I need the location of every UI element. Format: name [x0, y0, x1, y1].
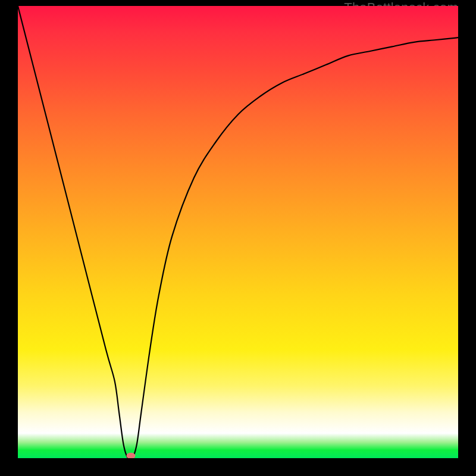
plot-area [18, 6, 458, 458]
chart-frame: TheBottleneck.com [0, 0, 476, 476]
optimal-marker [127, 453, 136, 458]
bottleneck-curve [18, 6, 458, 458]
